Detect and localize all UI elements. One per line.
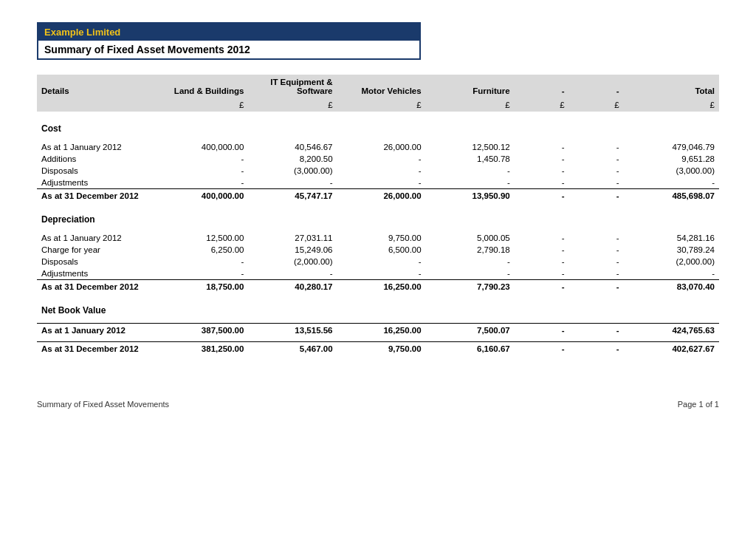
- table-cell: 45,747.17: [248, 189, 337, 203]
- total-row: As at 31 December 2012400,000.0045,747.1…: [37, 189, 719, 203]
- table-cell: 18,750.00: [159, 280, 248, 294]
- table-cell: 30,789.24: [624, 244, 719, 256]
- table-cell: -: [426, 177, 515, 189]
- column-header-row: Details Land & Buildings IT Equipment & …: [37, 75, 719, 98]
- currency-extra1: £: [515, 98, 569, 112]
- table-cell: -: [159, 268, 248, 280]
- table-cell: -: [337, 165, 426, 177]
- table-cell: 6,160.67: [426, 342, 515, 356]
- table-cell: 1,450.78: [426, 153, 515, 165]
- table-cell: 479,046.79: [624, 141, 719, 153]
- currency-it: £: [248, 98, 337, 112]
- table-cell: As at 31 December 2012: [37, 342, 159, 356]
- table-row: As at 1 January 2012387,500.0013,515.561…: [37, 324, 719, 338]
- table-cell: As at 1 January 2012: [37, 324, 159, 338]
- table-cell: Disposals: [37, 256, 159, 268]
- table-cell: -: [569, 268, 624, 280]
- table-cell: 381,250.00: [159, 342, 248, 356]
- table-cell: 9,750.00: [337, 342, 426, 356]
- table-cell: -: [569, 153, 624, 165]
- table-cell: -: [569, 280, 624, 294]
- section-title-row: Net Book Value: [37, 298, 719, 318]
- table-cell: 13,515.56: [248, 324, 337, 338]
- table-cell: 400,000.00: [159, 141, 248, 153]
- table-cell: -: [569, 177, 624, 189]
- table-cell: -: [624, 177, 719, 189]
- table-cell: -: [515, 165, 569, 177]
- table-cell: -: [515, 153, 569, 165]
- table-cell: 8,200.50: [248, 153, 337, 165]
- total-row: As at 31 December 201218,750.0040,280.17…: [37, 280, 719, 294]
- table-cell: 27,031.11: [248, 232, 337, 244]
- table-cell: -: [569, 256, 624, 268]
- table-cell: -: [337, 153, 426, 165]
- col-header-land: Land & Buildings: [159, 75, 248, 98]
- table-cell: As at 31 December 2012: [37, 189, 159, 203]
- col-header-details: Details: [37, 75, 159, 98]
- col-header-total: Total: [624, 75, 719, 98]
- table-row: Additions-8,200.50-1,450.78--9,651.28: [37, 153, 719, 165]
- table-cell: 12,500.00: [159, 232, 248, 244]
- table-cell: -: [515, 256, 569, 268]
- table-cell: Adjustments: [37, 177, 159, 189]
- currency-extra2: £: [569, 98, 624, 112]
- table-cell: -: [569, 324, 624, 338]
- table-cell: 7,500.07: [426, 324, 515, 338]
- table-cell: As at 31 December 2012: [37, 280, 159, 294]
- table-cell: 2,790.18: [426, 244, 515, 256]
- table-cell: -: [159, 153, 248, 165]
- table-row: As at 1 January 201212,500.0027,031.119,…: [37, 232, 719, 244]
- table-cell: 9,651.28: [624, 153, 719, 165]
- company-name: Example Limited: [38, 24, 419, 41]
- table-cell: 485,698.07: [624, 189, 719, 203]
- table-row: Disposals-(2,000.00)----(2,000.00): [37, 256, 719, 268]
- col-header-furniture: Furniture: [426, 75, 515, 98]
- table-cell: (2,000.00): [624, 256, 719, 268]
- report-title: Summary of Fixed Asset Movements 2012: [38, 41, 419, 58]
- currency-land: £: [159, 98, 248, 112]
- table-cell: Disposals: [37, 165, 159, 177]
- total-row: As at 31 December 2012381,250.005,467.00…: [37, 342, 719, 356]
- table-cell: -: [426, 268, 515, 280]
- table-cell: -: [515, 189, 569, 203]
- table-cell: 7,790.23: [426, 280, 515, 294]
- table-cell: -: [159, 165, 248, 177]
- table-cell: 40,280.17: [248, 280, 337, 294]
- table-cell: 16,250.00: [337, 324, 426, 338]
- table-row: Charge for year6,250.0015,249.066,500.00…: [37, 244, 719, 256]
- table-cell: As at 1 January 2012: [37, 141, 159, 153]
- table-cell: (3,000.00): [624, 165, 719, 177]
- table-cell: -: [515, 324, 569, 338]
- table-cell: -: [624, 268, 719, 280]
- footer-left: Summary of Fixed Asset Movements: [37, 400, 169, 409]
- currency-header-row: £ £ £ £ £ £ £: [37, 98, 719, 112]
- table-cell: -: [337, 177, 426, 189]
- table-cell: -: [426, 256, 515, 268]
- table-row: Adjustments-------: [37, 268, 719, 280]
- table-cell: -: [569, 342, 624, 356]
- currency-furniture: £: [426, 98, 515, 112]
- table-cell: (2,000.00): [248, 256, 337, 268]
- footer: Summary of Fixed Asset Movements Page 1 …: [37, 400, 719, 409]
- currency-motor: £: [337, 98, 426, 112]
- table-cell: -: [569, 165, 624, 177]
- table-cell: -: [426, 165, 515, 177]
- table-cell: 9,750.00: [337, 232, 426, 244]
- footer-right: Page 1 of 1: [678, 400, 719, 409]
- table-cell: -: [337, 256, 426, 268]
- table-cell: -: [515, 232, 569, 244]
- table-cell: As at 1 January 2012: [37, 232, 159, 244]
- table-cell: 5,467.00: [248, 342, 337, 356]
- table-row: As at 1 January 2012400,000.0040,546.672…: [37, 141, 719, 153]
- table-cell: 5,000.05: [426, 232, 515, 244]
- table-cell: (3,000.00): [248, 165, 337, 177]
- header-box: Example Limited Summary of Fixed Asset M…: [37, 22, 421, 60]
- table-cell: -: [515, 342, 569, 356]
- table-cell: Adjustments: [37, 268, 159, 280]
- col-header-extra2: -: [569, 75, 624, 98]
- table-cell: -: [159, 256, 248, 268]
- table-cell: -: [569, 189, 624, 203]
- col-header-extra1: -: [515, 75, 569, 98]
- table-cell: 54,281.16: [624, 232, 719, 244]
- table-cell: 15,249.06: [248, 244, 337, 256]
